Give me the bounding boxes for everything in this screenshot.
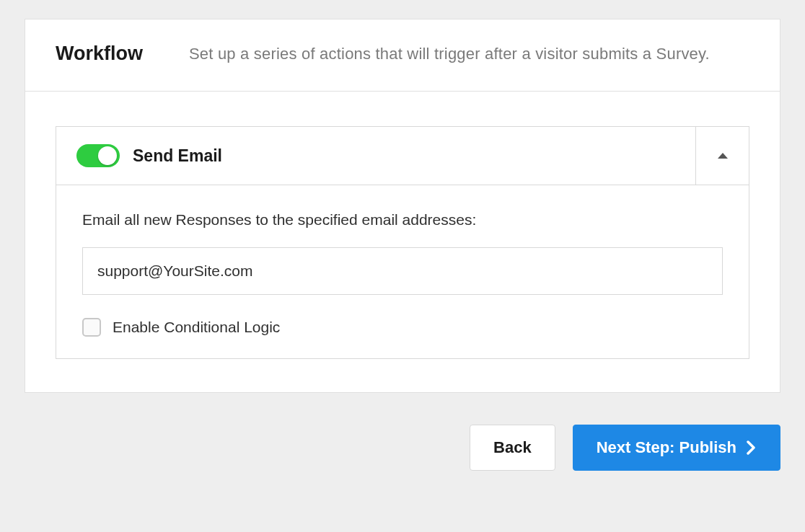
send-email-toggle[interactable]	[76, 144, 120, 167]
collapse-button[interactable]	[695, 127, 749, 185]
panel-header-left: Send Email	[56, 127, 695, 185]
toggle-knob	[98, 146, 117, 165]
card-body: Send Email Email all new Responses to th…	[25, 92, 780, 392]
conditional-logic-row: Enable Conditional Logic	[82, 318, 723, 337]
workflow-card: Workflow Set up a series of actions that…	[25, 19, 780, 393]
back-button-label: Back	[493, 438, 532, 457]
send-email-panel: Send Email Email all new Responses to th…	[56, 126, 749, 359]
card-header: Workflow Set up a series of actions that…	[25, 19, 780, 92]
panel-body: Email all new Responses to the specified…	[56, 185, 749, 358]
next-step-button[interactable]: Next Step: Publish	[573, 425, 780, 471]
caret-up-icon	[718, 153, 728, 159]
back-button[interactable]: Back	[470, 425, 555, 471]
page-description: Set up a series of actions that will tri…	[189, 45, 710, 63]
email-instruction-label: Email all new Responses to the specified…	[82, 211, 723, 229]
chevron-right-icon	[747, 440, 757, 455]
panel-header: Send Email	[56, 127, 749, 185]
page-title: Workflow	[56, 43, 143, 65]
conditional-logic-checkbox[interactable]	[82, 318, 101, 337]
conditional-logic-label: Enable Conditional Logic	[113, 319, 280, 336]
panel-title: Send Email	[133, 146, 222, 166]
email-addresses-input[interactable]	[82, 247, 723, 295]
action-bar: Back Next Step: Publish	[25, 425, 780, 471]
next-step-label: Next Step: Publish	[597, 438, 736, 457]
